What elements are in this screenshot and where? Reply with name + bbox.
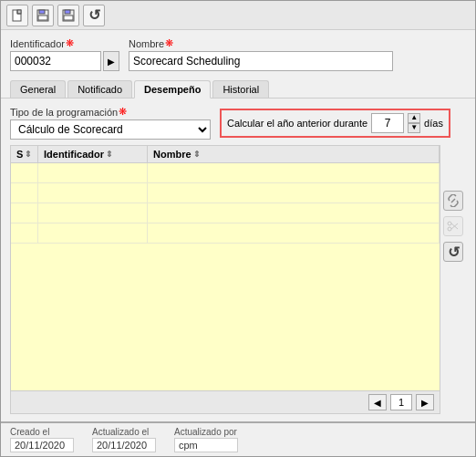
updated-field: Actualizado el 20/11/2020 — [92, 427, 156, 452]
td-s-1 — [11, 183, 38, 203]
td-s-2 — [11, 203, 38, 223]
form-area: Identificador❋ ▶ Nombre❋ — [1, 30, 475, 80]
new-button[interactable] — [6, 5, 28, 26]
side-buttons-col: ↺ — [440, 145, 466, 414]
prog-type-label: Tipo de la programación❋ — [10, 106, 211, 118]
sort-s[interactable]: ⇕ — [25, 150, 32, 159]
scissors-button[interactable] — [443, 216, 463, 236]
th-s: S ⇕ — [11, 146, 38, 162]
svg-point-8 — [448, 222, 451, 225]
td-name-2 — [148, 203, 440, 223]
id-input[interactable] — [10, 51, 101, 71]
id-label: Identificador❋ — [10, 37, 119, 49]
table-row[interactable] — [11, 223, 440, 244]
link-button[interactable] — [443, 191, 463, 211]
table-header: S ⇕ Identificador ⇕ Nombre ⇕ — [11, 146, 440, 163]
svg-rect-4 — [38, 16, 47, 20]
svg-rect-6 — [65, 10, 70, 14]
svg-rect-3 — [39, 10, 45, 14]
tab-desempeno[interactable]: Desempeño — [134, 80, 211, 99]
calc-label: Calcular el año anterior durante — [227, 118, 367, 129]
calc-box: Calcular el año anterior durante ▲ ▼ día… — [220, 109, 450, 138]
tab-content-desempeno: Tipo de la programación❋ Cálculo de Scor… — [1, 99, 475, 421]
id-field-group: Identificador❋ ▶ — [10, 37, 119, 71]
id-input-row: ▶ — [10, 51, 119, 71]
updated-by-label: Actualizado por — [174, 427, 238, 437]
toolbar: ↺ — [1, 1, 475, 30]
td-name-3 — [148, 223, 440, 243]
program-type-row: Tipo de la programación❋ Cálculo de Scor… — [10, 106, 466, 140]
id-arrow-button[interactable]: ▶ — [103, 51, 119, 71]
svg-rect-7 — [64, 16, 73, 20]
tab-notificado[interactable]: Notificado — [67, 80, 132, 98]
tab-general[interactable]: General — [10, 80, 66, 98]
table-refresh-button[interactable]: ↺ — [443, 242, 463, 262]
updated-by-field: Actualizado por cpm — [174, 427, 238, 452]
prog-type-select[interactable]: Cálculo de Scorecard Otro tipo — [10, 119, 211, 140]
spinner-arrows: ▲ ▼ — [408, 113, 420, 133]
td-id-1 — [38, 183, 148, 203]
updated-label: Actualizado el — [92, 427, 156, 437]
spin-down-button[interactable]: ▼ — [408, 123, 420, 133]
td-s-3 — [11, 223, 38, 243]
th-id: Identificador ⇕ — [38, 146, 148, 162]
created-value: 20/11/2020 — [10, 438, 74, 452]
save-button[interactable] — [32, 5, 54, 26]
id-name-row: Identificador❋ ▶ Nombre❋ — [10, 37, 466, 71]
spin-up-button[interactable]: ▲ — [408, 113, 420, 123]
main-window: ↺ Identificador❋ ▶ Nombre❋ Ge — [0, 0, 476, 457]
id-required: ❋ — [66, 37, 74, 49]
td-name-1 — [148, 183, 440, 203]
save2-button[interactable] — [57, 5, 79, 26]
name-input[interactable] — [129, 51, 393, 71]
updated-value: 20/11/2020 — [92, 438, 156, 452]
created-field: Creado el 20/11/2020 — [10, 427, 74, 452]
updated-by-value: cpm — [174, 438, 238, 452]
sort-id[interactable]: ⇕ — [106, 150, 113, 159]
td-id-3 — [38, 223, 148, 243]
tabs-bar: General Notificado Desempeño Historial — [1, 80, 475, 99]
table-row[interactable] — [11, 203, 440, 223]
sort-name[interactable]: ⇕ — [193, 150, 201, 159]
svg-rect-1 — [17, 10, 21, 14]
table-container: S ⇕ Identificador ⇕ Nombre ⇕ — [10, 145, 440, 414]
page-number: 1 — [390, 394, 412, 410]
name-field-group: Nombre❋ — [129, 37, 393, 71]
prev-page-button[interactable]: ◀ — [368, 394, 387, 410]
table-row[interactable] — [11, 163, 440, 183]
dias-label: días — [424, 118, 443, 129]
next-page-button[interactable]: ▶ — [416, 394, 434, 410]
table-wrapper: S ⇕ Identificador ⇕ Nombre ⇕ — [10, 145, 466, 414]
name-label: Nombre❋ — [129, 37, 393, 49]
svg-point-9 — [448, 227, 451, 231]
table-row[interactable] — [11, 183, 440, 203]
footer: Creado el 20/11/2020 Actualizado el 20/1… — [1, 421, 475, 456]
td-s-0 — [11, 163, 38, 182]
th-name: Nombre ⇕ — [148, 146, 440, 162]
td-id-2 — [38, 203, 148, 223]
pagination: ◀ 1 ▶ — [11, 390, 440, 413]
prog-required: ❋ — [119, 106, 127, 118]
calc-days-input[interactable] — [371, 113, 404, 133]
td-name-0 — [148, 163, 440, 182]
name-required: ❋ — [165, 37, 173, 49]
table-body — [11, 163, 440, 390]
refresh-button[interactable]: ↺ — [83, 5, 105, 26]
td-id-0 — [38, 163, 148, 182]
tab-historial[interactable]: Historial — [212, 80, 269, 98]
created-label: Creado el — [10, 427, 74, 437]
prog-type-group: Tipo de la programación❋ Cálculo de Scor… — [10, 106, 211, 140]
